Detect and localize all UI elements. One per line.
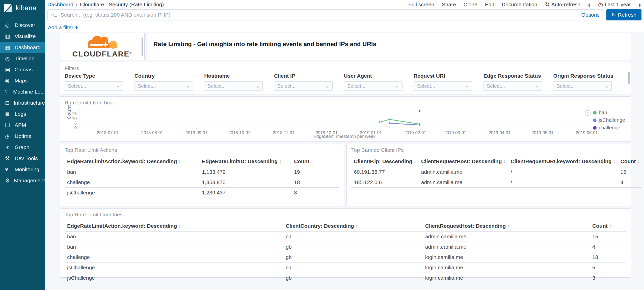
column-header[interactable]: Count▲▼ (291, 156, 339, 167)
column-header[interactable]: ClientIP.ip: Descending▲▼ (351, 156, 419, 167)
dashboard-description: Rate Limiting - Get insights into rate l… (147, 33, 631, 55)
top-banned-client-ips-panel: Top Banned Client IPs ClientIP.ip: Desce… (346, 144, 631, 206)
table-row: jsChallengecnlogin.camilia.me5 (65, 263, 626, 273)
panel-scrollbar[interactable] (628, 72, 630, 84)
top-rate-limit-actions-panel: Top Rate Limit Actions EdgeRateLimitActi… (60, 144, 344, 206)
dashboard-icon: ▦ (5, 44, 15, 50)
sidebar-item-canvas[interactable]: ▣Canvas (0, 64, 45, 75)
sidebar-item-visualize[interactable]: ▥Visualize (0, 31, 45, 42)
column-header[interactable]: Count▲▼ (618, 156, 642, 167)
time-range-picker[interactable]: ◷Last 1 year (598, 1, 631, 8)
table-footer-divider (351, 184, 626, 184)
canvas-icon: ▣ (5, 67, 15, 73)
query-prompt-icon: >_ (51, 12, 57, 18)
clone-button[interactable]: Clone (464, 2, 477, 8)
breadcrumb-dashboard-link[interactable]: Dashboard (47, 2, 73, 8)
sidebar-item-dashboard[interactable]: ▦Dashboard (0, 42, 45, 53)
auto-refresh-icon: ↻ (545, 1, 550, 8)
options-link[interactable]: Options (578, 12, 599, 18)
filter-origin-response-status: Origin Response Status Select...⌄ (553, 73, 623, 91)
series-dot (593, 126, 597, 130)
sidebar-item-monitoring[interactable]: ♥Monitoring (0, 164, 45, 175)
filter-request-uri: Request URI Select...⌄ (414, 73, 484, 91)
origin-response-status-select[interactable]: Select...⌄ (553, 81, 612, 91)
plus-icon: + (75, 24, 78, 31)
visualize-icon: ▥ (5, 33, 15, 39)
top-nav-bar: Dashboard / Cloudflare - Security (Rate … (45, 0, 644, 9)
sidebar-item-management[interactable]: ⚙Management (0, 175, 45, 186)
x-axis-label: EdgeStartTimestamp per week (60, 134, 629, 139)
auto-refresh-button[interactable]: ↻Auto-refresh (545, 1, 580, 8)
sidebar-item-discover[interactable]: ◎Discover (0, 20, 45, 31)
column-header[interactable]: EdgeRateLimitAction.keyword: Descending▲… (65, 156, 199, 167)
legend-item-jschallenge[interactable]: jsChallenge (593, 117, 625, 123)
sort-icon: ▲▼ (356, 224, 358, 228)
sidebar-item-uptime[interactable]: ◷Uptime (0, 131, 45, 142)
legend-expand-button[interactable]: › (585, 110, 591, 116)
column-header[interactable]: EdgeRateLimitAction.keyword: Descending▲… (65, 221, 283, 231)
documentation-link[interactable]: Documentation (502, 2, 537, 8)
filter-controls: Device Type Select...⌄ Country Select...… (65, 73, 623, 91)
client-ip-select[interactable]: Select...⌄ (274, 81, 333, 91)
infrastructure-icon: ⊟ (5, 100, 14, 106)
sidebar-item-logs[interactable]: ≣Logs (0, 108, 45, 120)
time-range-back-button[interactable]: ‹ (588, 2, 591, 7)
cloudflare-wordmark: CLOUDFLARE® (72, 50, 132, 58)
column-header[interactable]: ClientCountry: Descending▲▼ (283, 221, 423, 231)
sidebar-item-timelion[interactable]: ◴Timelion (0, 53, 45, 64)
banned-ips-table: ClientIP.ip: Descending▲▼ ClientRequestH… (351, 156, 642, 188)
add-filter-button[interactable]: Add a filter + (48, 24, 78, 31)
hostname-select[interactable]: Select...⌄ (204, 81, 263, 91)
filter-device-type: Device Type Select...⌄ (65, 73, 135, 91)
logs-icon: ≣ (5, 111, 15, 117)
sort-icon: ▲▼ (311, 160, 313, 164)
query-bar: >_ Options ↻ Refresh (45, 9, 644, 23)
legend-item-ban[interactable]: ban (593, 110, 625, 115)
chevron-down-icon: ⌄ (395, 83, 399, 89)
sidebar-item-graph[interactable]: ∗Graph (0, 142, 45, 153)
column-header[interactable]: ClientRequestHost: Descending▲▼ (419, 156, 508, 167)
clock-icon: ◷ (598, 1, 603, 8)
legend-item-challenge[interactable]: challenge (593, 125, 625, 131)
kibana-logo[interactable]: kibana (0, 0, 45, 17)
apm-icon: ❏ (5, 122, 15, 128)
edit-button[interactable]: Edit (485, 2, 494, 8)
chevron-down-icon: ⌄ (326, 83, 329, 89)
request-uri-select[interactable]: Select...⌄ (414, 81, 472, 91)
sidebar-item-maps[interactable]: ◉Maps (0, 75, 45, 86)
search-input[interactable] (61, 12, 578, 18)
user-agent-select[interactable]: Select...⌄ (344, 81, 402, 91)
actions-table: EdgeRateLimitAction.keyword: Descending▲… (65, 156, 339, 198)
edge-response-status-select[interactable]: Select...⌄ (484, 81, 542, 91)
timelion-icon: ◴ (5, 55, 15, 62)
refresh-button[interactable]: ↻ Refresh (606, 9, 641, 20)
filter-bar: Add a filter + (45, 23, 644, 32)
country-select[interactable]: Select...⌄ (135, 81, 193, 91)
column-header[interactable]: ClientRequestURI.keyword: Descending▲▼ (508, 156, 618, 167)
column-header[interactable]: Count▲▼ (590, 221, 626, 231)
top-rate-limit-countries-panel: Top Rate Limit Countries EdgeRateLimitAc… (60, 208, 631, 278)
sidebar-item-apm[interactable]: ❏APM (0, 120, 45, 131)
column-header[interactable]: EdgeRateLimitID: Descending▲▼ (199, 156, 291, 167)
panel-title: Top Rate Limit Actions (65, 147, 117, 153)
share-button[interactable]: Share (442, 2, 456, 8)
dev-tools-icon: ⚒ (5, 155, 15, 161)
full-screen-button[interactable]: Full screen (408, 2, 434, 8)
sidebar-item-dev-tools[interactable]: ⚒Dev Tools (0, 153, 45, 164)
breadcrumb: Dashboard / Cloudflare - Security (Rate … (47, 2, 164, 8)
sort-icon: ▲▼ (507, 224, 509, 228)
sidebar-item-infrastructure[interactable]: ⊟Infrastructure (0, 97, 45, 108)
panel-title: Top Rate Limit Countries (65, 212, 123, 218)
time-range-forward-button[interactable]: › (638, 2, 641, 7)
table-row: ban1,133,47919 (65, 167, 339, 177)
svg-text:0: 0 (74, 126, 77, 130)
column-header[interactable]: ClientRequestHost: Descending▲▼ (423, 221, 590, 231)
sort-icon: ▲▼ (613, 160, 615, 164)
sort-icon: ▲▼ (637, 160, 639, 164)
sort-icon: ▲▼ (178, 224, 181, 228)
sidebar-item-machine-learning[interactable]: ∵Machine Le... (0, 86, 45, 97)
device-type-select[interactable]: Select...⌄ (65, 81, 123, 91)
panel-scrollbar[interactable] (142, 38, 143, 56)
table-row: jsChallenge1,239,4378 (65, 188, 339, 198)
discover-icon: ◎ (5, 22, 15, 28)
